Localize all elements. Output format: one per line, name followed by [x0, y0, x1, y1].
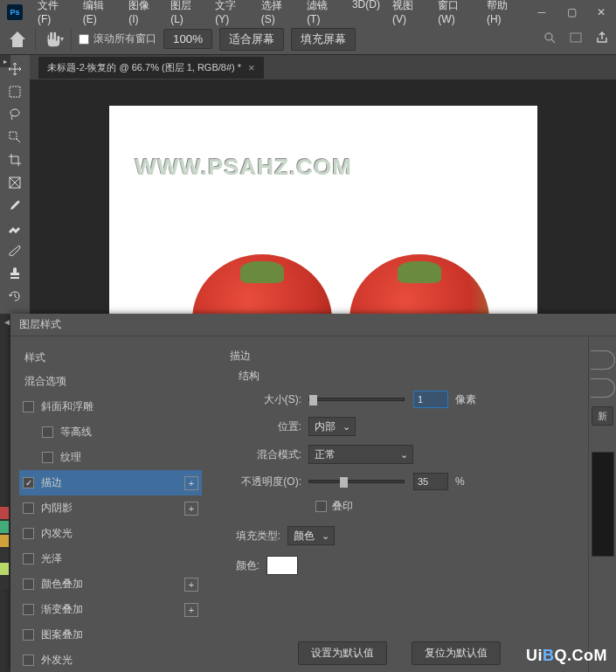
stamp-tool-icon[interactable]	[3, 263, 26, 284]
stroke-color-swatch[interactable]	[266, 556, 298, 575]
style-inner-glow[interactable]: 内发光	[19, 521, 202, 546]
structure-label: 结构	[239, 369, 572, 384]
swatch-icon[interactable]	[0, 507, 9, 519]
size-input[interactable]	[413, 391, 448, 408]
marquee-tool-icon[interactable]	[3, 81, 26, 102]
new-style-button[interactable]: 新	[592, 406, 613, 426]
add-effect-icon[interactable]: +	[184, 578, 198, 592]
history-brush-tool-icon[interactable]	[3, 286, 26, 307]
panel-collapse-icon[interactable]: ▸	[0, 55, 10, 67]
dialog-title: 图层样式	[10, 314, 616, 336]
style-inner-shadow[interactable]: 内阴影+	[19, 495, 202, 521]
canvas[interactable]: WWW.PSAHZ.COM	[109, 106, 537, 314]
blending-options[interactable]: 混合选项	[19, 369, 202, 394]
checkbox[interactable]	[23, 578, 34, 590]
fit-screen-button[interactable]: 适合屏幕	[219, 28, 284, 51]
add-effect-icon[interactable]: +	[184, 603, 198, 617]
style-color-overlay[interactable]: 颜色叠加+	[19, 572, 202, 597]
opacity-slider[interactable]	[308, 480, 405, 483]
size-unit: 像素	[455, 392, 476, 407]
opacity-unit: %	[455, 475, 465, 488]
svg-line-1	[551, 39, 555, 43]
menu-layer[interactable]: 图层(L)	[164, 0, 209, 25]
checkbox[interactable]	[23, 604, 34, 615]
style-outer-glow[interactable]: 外发光	[19, 648, 202, 672]
fill-screen-button[interactable]: 填充屏幕	[291, 28, 356, 51]
swatch-icon[interactable]	[0, 521, 9, 533]
close-tab-icon[interactable]: ×	[248, 61, 255, 74]
share-icon[interactable]	[595, 31, 609, 47]
menu-window[interactable]: 窗口(W)	[432, 0, 481, 25]
style-contour[interactable]: 等高线	[19, 419, 202, 445]
checkbox[interactable]	[23, 528, 34, 539]
menu-file[interactable]: 文件(F)	[31, 0, 77, 25]
crop-tool-icon[interactable]	[3, 149, 26, 170]
style-gradient-overlay[interactable]: 渐变叠加+	[19, 597, 202, 622]
checkbox[interactable]	[23, 629, 34, 641]
checkbox[interactable]	[23, 477, 34, 488]
scroll-all-windows-checkbox[interactable]: 滚动所有窗口	[79, 31, 156, 46]
preview-box	[592, 452, 614, 557]
frame-tool-icon[interactable]	[3, 172, 26, 193]
document-tab[interactable]: 未标题-2-恢复的 @ 66.7% (图层 1, RGB/8#) * ×	[38, 57, 264, 79]
minimize-button[interactable]: ─	[527, 0, 557, 24]
menu-3d[interactable]: 3D(D)	[346, 0, 386, 25]
blend-mode-select[interactable]: 正常	[308, 445, 413, 464]
style-pattern-overlay[interactable]: 图案叠加	[19, 622, 202, 648]
svg-point-4	[10, 109, 19, 116]
swatch-icon[interactable]	[0, 563, 9, 575]
menu-type[interactable]: 文字(Y)	[209, 0, 254, 25]
svg-rect-5	[10, 132, 17, 139]
checkbox[interactable]	[23, 401, 34, 412]
maximize-button[interactable]: ▢	[557, 0, 586, 24]
position-select[interactable]: 内部	[308, 417, 356, 436]
add-effect-icon[interactable]: +	[184, 502, 198, 516]
image-content	[350, 254, 489, 314]
checkbox[interactable]	[42, 452, 53, 463]
quick-select-tool-icon[interactable]	[3, 127, 26, 148]
search-icon[interactable]	[543, 31, 557, 47]
add-effect-icon[interactable]: +	[184, 476, 198, 490]
heal-tool-icon[interactable]	[3, 218, 26, 239]
brush-tool-icon[interactable]	[3, 240, 26, 261]
size-label: 大小(S):	[226, 392, 308, 407]
position-label: 位置:	[226, 419, 308, 434]
size-slider[interactable]	[308, 398, 405, 401]
overprint-checkbox[interactable]	[315, 501, 327, 512]
menu-help[interactable]: 帮助(H)	[481, 0, 527, 25]
menubar: 文件(F) 编辑(E) 图像(I) 图层(L) 文字(Y) 选择(S) 滤镜(T…	[31, 0, 527, 25]
home-icon[interactable]	[7, 29, 28, 50]
opacity-input[interactable]	[413, 473, 448, 490]
style-texture[interactable]: 纹理	[19, 445, 202, 470]
swatch-icon[interactable]	[0, 535, 9, 547]
menu-filter[interactable]: 滤镜(T)	[301, 0, 346, 25]
style-bevel-emboss[interactable]: 斜面和浮雕	[19, 394, 202, 419]
checkbox[interactable]	[23, 502, 34, 514]
close-button[interactable]: ✕	[586, 0, 616, 24]
eyedropper-tool-icon[interactable]	[3, 195, 26, 216]
fill-type-select[interactable]: 颜色	[287, 526, 335, 545]
site-watermark: UiBQ.CoM	[526, 647, 607, 665]
hand-tool-icon[interactable]: ▾	[43, 29, 64, 50]
zoom-level-button[interactable]: 100%	[163, 29, 212, 49]
swatch-icon[interactable]	[0, 577, 9, 589]
cancel-button[interactable]	[591, 378, 615, 398]
menu-view[interactable]: 视图(V)	[386, 0, 432, 25]
style-stroke[interactable]: 描边+	[19, 470, 202, 495]
style-satin[interactable]: 光泽	[19, 546, 202, 572]
reset-default-button[interactable]: 复位为默认值	[412, 641, 501, 665]
set-default-button[interactable]: 设置为默认值	[298, 641, 387, 665]
menu-select[interactable]: 选择(S)	[255, 0, 301, 25]
ok-button[interactable]	[591, 350, 615, 370]
checkbox[interactable]	[23, 655, 34, 666]
color-label: 颜色:	[226, 558, 266, 573]
checkbox[interactable]	[42, 426, 53, 438]
menu-edit[interactable]: 编辑(E)	[77, 0, 122, 25]
styles-heading[interactable]: 样式	[19, 347, 202, 369]
arrange-icon[interactable]	[569, 31, 583, 47]
lasso-tool-icon[interactable]	[3, 104, 26, 125]
swatch-icon[interactable]	[0, 549, 9, 561]
menu-image[interactable]: 图像(I)	[122, 0, 164, 25]
dialog-handle-icon[interactable]: ◄	[3, 317, 11, 327]
checkbox[interactable]	[23, 553, 34, 565]
